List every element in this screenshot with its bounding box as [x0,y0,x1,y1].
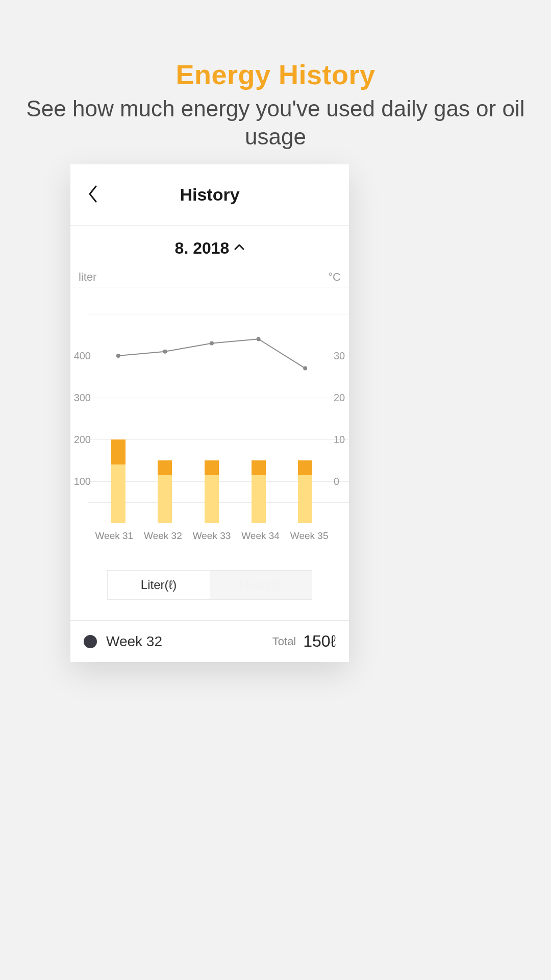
summary-list: Week 32Total150ℓHeatingconsumed30ℓ [70,621,349,662]
app-header: History [70,164,349,226]
date-picker[interactable]: 8. 2018 [70,226,349,271]
summary-value: 150ℓ [303,632,336,651]
y-tick-right: 10 [334,434,349,446]
x-tick-label: Week 34 [240,530,281,542]
x-tick-label: Week 35 [289,530,330,542]
date-label: 8. 2018 [175,239,230,258]
y-tick-left: 400 [72,350,91,362]
y-tick-left: 300 [72,392,91,404]
promo-subtitle: See how much energy you've used daily ga… [0,94,551,151]
legend-dot [84,635,97,648]
y-tick-right: 20 [334,392,349,404]
x-tick-label: Week 33 [191,530,232,542]
axis-unit-labels: liter °C [70,271,349,287]
chevron-up-icon [234,243,244,253]
unit-option-hour[interactable]: Hour(h) [210,571,312,599]
back-button[interactable] [82,184,104,206]
promo-title: Energy History [0,59,551,90]
unit-toggle: Liter(ℓ) Hour(h) [107,570,312,600]
svg-point-1 [163,350,167,354]
y-tick-right: 0 [334,476,349,487]
chevron-left-icon [88,185,98,205]
svg-point-0 [116,354,120,358]
app-screen: History 8. 2018 liter °C 400 300 200 100… [70,164,349,662]
svg-point-4 [303,366,307,371]
svg-point-3 [257,337,261,341]
chart-area: 400 300 200 100 30 20 10 0 Week 31Week 3… [70,287,349,542]
left-axis-unit: liter [79,271,96,284]
summary-label: Week 32 [106,633,272,650]
x-tick-label: Week 32 [142,530,183,542]
temperature-line [95,314,329,523]
summary-row[interactable]: Week 32Total150ℓ [70,621,349,662]
unit-option-liter[interactable]: Liter(ℓ) [108,571,210,599]
x-axis-labels: Week 31Week 32Week 33Week 34Week 35 [90,530,334,542]
svg-point-2 [210,341,214,345]
y-tick-left: 200 [72,434,91,446]
y-tick-right: 30 [334,350,349,362]
right-axis-unit: °C [328,271,341,284]
x-tick-label: Week 31 [94,530,135,542]
y-tick-left: 100 [72,476,91,487]
page-title: History [180,185,239,205]
promo-header: Energy History See how much energy you'v… [0,0,551,151]
summary-sublabel: Total [272,635,296,648]
